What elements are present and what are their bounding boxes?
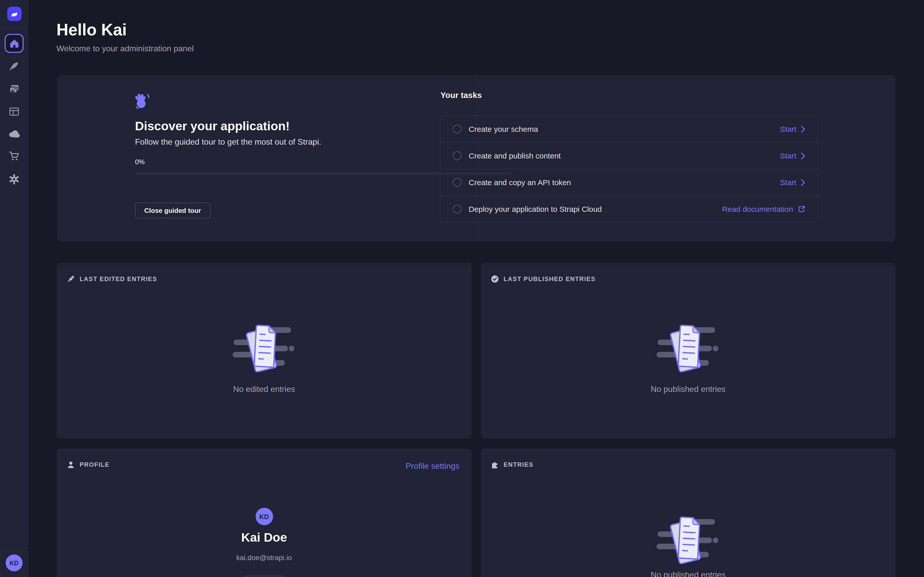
task-label: Create and copy an API token: [468, 178, 780, 187]
task-start-link[interactable]: Start: [780, 125, 805, 133]
widget-header: LAST EDITED ENTRIES: [67, 275, 157, 283]
empty-documents-illustration: [232, 321, 296, 379]
sidebar-item-media-library[interactable]: [0, 81, 28, 97]
widget-header: ENTRIES: [491, 461, 534, 469]
task-status-circle[interactable]: [453, 125, 462, 133]
profile-initials: KD: [259, 513, 269, 520]
task-action-label: Read documentation: [722, 205, 793, 213]
profile-settings-link[interactable]: Profile settings: [405, 462, 459, 471]
puzzle-icon: [491, 461, 499, 469]
layout-icon: [9, 106, 19, 117]
home-icon: [10, 39, 19, 48]
task-start-link[interactable]: Start: [780, 178, 805, 187]
task-action-label: Start: [780, 178, 796, 187]
widget-header: PROFILE: [67, 461, 110, 469]
guided-tour-progress-label: 0%: [135, 158, 145, 166]
sidebar-item-cloud[interactable]: [0, 126, 28, 141]
task-row-create-api-token: Create and copy an API token Start: [441, 169, 818, 195]
sidebar-item-home[interactable]: [5, 34, 24, 53]
last-published-entries-widget: LAST PUBLISHED ENTRIES: [481, 263, 895, 438]
images-icon: [9, 83, 19, 94]
feather-icon: [9, 60, 19, 71]
gear-icon: [9, 174, 19, 184]
sidebar-divider: [0, 28, 28, 28]
strapi-logo-icon: [10, 9, 19, 18]
task-label: Create your schema: [468, 125, 780, 133]
task-action-label: Start: [780, 151, 796, 160]
empty-state-text: No published entries: [481, 571, 895, 577]
pencil-icon: [67, 275, 75, 283]
task-start-link[interactable]: Start: [780, 151, 805, 160]
profile-role-badge: [240, 575, 288, 577]
sidebar-user-avatar[interactable]: KD: [6, 554, 23, 571]
widget-title: ENTRIES: [504, 461, 534, 468]
widget-title: PROFILE: [79, 461, 110, 468]
widget-title: LAST PUBLISHED ENTRIES: [504, 276, 596, 283]
widget-title: LAST EDITED ENTRIES: [79, 276, 157, 283]
chevron-right-icon: [801, 126, 805, 132]
task-row-deploy-cloud: Deploy your application to Strapi Cloud …: [441, 195, 818, 222]
task-action-label: Start: [780, 125, 796, 133]
sidebar-item-marketplace[interactable]: [0, 148, 28, 164]
task-label: Deploy your application to Strapi Cloud: [468, 205, 722, 213]
check-circle-icon: [491, 275, 499, 283]
wave-hand-icon: [134, 93, 150, 111]
task-status-circle[interactable]: [453, 178, 462, 187]
cloud-icon: [8, 128, 20, 139]
profile-name: Kai Doe: [58, 530, 471, 545]
profile-widget: PROFILE Profile settings KD Kai Doe kai.…: [57, 449, 471, 577]
tasks-list: Create your schema Start Create and publ…: [440, 115, 818, 222]
strapi-logo: [7, 6, 21, 21]
page-subtitle: Welcome to your administration panel: [57, 44, 194, 53]
task-row-create-publish-content: Create and publish content Start: [441, 142, 818, 169]
task-row-create-schema: Create your schema Start: [441, 116, 818, 142]
profile-email: kai.doe@strapi.io: [58, 553, 471, 562]
guided-tour-subtitle: Follow the guided tour to get the most o…: [135, 137, 321, 147]
sidebar-item-content-type-builder[interactable]: [0, 103, 28, 119]
sidebar: KD: [0, 0, 28, 577]
widget-header: LAST PUBLISHED ENTRIES: [491, 275, 596, 283]
task-label: Create and publish content: [468, 151, 780, 160]
admin-dashboard: KD Hello Kai Welcome to your administrat…: [0, 0, 924, 577]
empty-documents-illustration: [656, 321, 720, 379]
close-guided-tour-button[interactable]: Close guided tour: [135, 203, 210, 219]
chevron-right-icon: [801, 152, 805, 159]
chevron-right-icon: [801, 179, 805, 186]
tasks-heading: Your tasks: [441, 91, 482, 100]
empty-state-text: No published entries: [481, 385, 895, 394]
sidebar-user-initials: KD: [10, 559, 19, 566]
page-title: Hello Kai: [57, 21, 127, 39]
read-documentation-link[interactable]: Read documentation: [722, 205, 805, 213]
external-link-icon: [798, 205, 805, 213]
task-status-circle[interactable]: [453, 151, 462, 160]
cart-icon: [9, 150, 19, 161]
entries-widget: ENTRIES: [481, 449, 895, 577]
person-icon: [67, 461, 75, 469]
task-status-circle[interactable]: [453, 205, 462, 213]
sidebar-item-content-manager[interactable]: [0, 58, 28, 73]
last-edited-entries-widget: LAST EDITED ENTRIES: [57, 263, 471, 438]
guided-tour-card: Discover your application! Follow the gu…: [57, 75, 895, 242]
sidebar-item-settings[interactable]: [0, 171, 28, 187]
empty-documents-illustration: [656, 513, 720, 571]
profile-avatar: KD: [255, 508, 273, 525]
empty-state-text: No edited entries: [58, 385, 471, 394]
sidebar-bottom-divider: [0, 551, 28, 552]
guided-tour-title: Discover your application!: [135, 119, 290, 133]
